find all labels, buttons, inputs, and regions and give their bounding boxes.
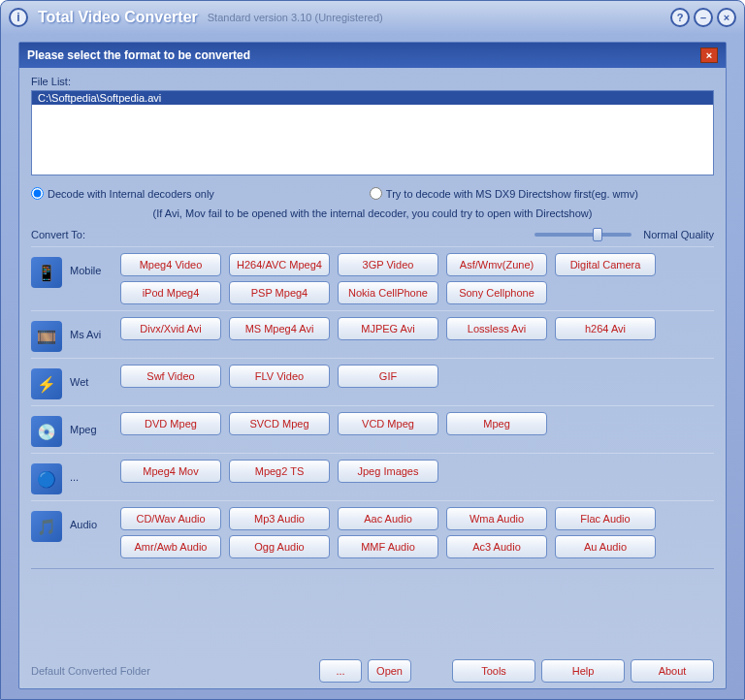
format-button[interactable]: CD/Wav Audio [120,507,221,530]
radio-directshow[interactable]: Try to decode with MS DX9 Directshow fir… [370,187,638,200]
format-button[interactable]: Flac Audio [555,507,656,530]
format-button[interactable]: Asf/Wmv(Zune) [446,253,547,276]
window-controls: ? – × [670,8,736,27]
file-list-label: File List: [31,76,714,87]
category-label: Audio [70,519,120,530]
close-button[interactable]: × [717,8,736,27]
format-button[interactable]: VCD Mpeg [338,412,438,435]
format-button[interactable]: Digital Camera [555,253,656,276]
browse-button[interactable]: ... [319,659,362,683]
format-button[interactable]: MMF Audio [338,535,438,558]
file-list-item[interactable]: C:\Softpedia\Softpedia.avi [32,91,713,105]
format-row: ⚡WetSwf VideoFLV VideoGIF [31,358,714,405]
about-button[interactable]: About [631,659,714,683]
format-buttons: Divx/Xvid AviMS Mpeg4 AviMJPEG AviLossle… [120,317,714,340]
help-button[interactable]: ? [670,8,690,27]
category-label: Wet [70,376,120,388]
format-button[interactable]: PSP Mpeg4 [229,281,330,304]
format-button[interactable]: DVD Mpeg [120,412,221,435]
panel-title: Please select the format to be converted [27,48,250,62]
format-buttons: Mpeg4 VideoH264/AVC Mpeg43GP VideoAsf/Wm… [120,253,714,304]
format-button[interactable]: Mp3 Audio [229,507,330,530]
category-icon: ⚡ [31,368,62,399]
format-button[interactable]: iPod Mpeg4 [120,281,221,304]
category-icon: 🔵 [31,463,62,494]
decoder-radio-group: Decode with Internal decoders only Try t… [31,187,714,200]
format-button[interactable]: Divx/Xvid Avi [120,317,221,340]
format-button[interactable]: H264/AVC Mpeg4 [229,253,330,276]
format-button[interactable]: MJPEG Avi [338,317,438,340]
format-button[interactable]: Mpeg2 TS [229,460,330,483]
format-button[interactable]: Wma Audio [446,507,547,530]
format-button[interactable]: Mpeg [446,412,547,435]
format-button[interactable]: Sony Cellphone [446,281,547,304]
main-panel: Please select the format to be converted… [18,42,727,689]
format-row: 💿MpegDVD MpegSVCD MpegVCD MpegMpeg [31,405,714,453]
format-categories: 📱MobileMpeg4 VideoH264/AVC Mpeg43GP Vide… [31,246,714,564]
format-buttons: Mpeg4 MovMpeg2 TSJpeg Images [120,460,714,483]
format-button[interactable]: Amr/Awb Audio [120,535,221,558]
format-row: 🎞️Ms AviDivx/Xvid AviMS Mpeg4 AviMJPEG A… [31,310,714,358]
format-button[interactable]: SVCD Mpeg [229,412,330,435]
format-row: 🎵AudioCD/Wav AudioMp3 AudioAac AudioWma … [31,500,714,564]
panel-content: File List: C:\Softpedia\Softpedia.avi De… [19,68,726,581]
app-title: Total Video Converter [38,9,198,26]
default-folder-label: Default Converted Folder [31,665,150,677]
format-button[interactable]: 3GP Video [338,253,438,276]
format-row: 📱MobileMpeg4 VideoH264/AVC Mpeg43GP Vide… [31,246,714,310]
format-row: 🔵...Mpeg4 MovMpeg2 TSJpeg Images [31,453,714,500]
format-button[interactable]: Lossless Avi [446,317,547,340]
radio-directshow-label: Try to decode with MS DX9 Directshow fir… [386,188,638,200]
category-label: Mpeg [70,424,120,435]
file-list[interactable]: C:\Softpedia\Softpedia.avi [31,90,714,175]
quality-slider[interactable] [534,233,632,237]
format-buttons: CD/Wav AudioMp3 AudioAac AudioWma AudioF… [120,507,714,558]
format-button[interactable]: Aac Audio [338,507,438,530]
convert-row: Convert To: Normal Quality [31,229,714,240]
slider-thumb[interactable] [593,228,602,241]
format-button[interactable]: Swf Video [120,365,221,388]
bottom-bar: Default Converted Folder ... Open Tools … [31,659,714,683]
format-button[interactable]: MS Mpeg4 Avi [229,317,330,340]
open-button[interactable]: Open [368,659,411,683]
decoder-hint: (If Avi, Mov fail to be opened with the … [31,207,714,219]
app-subtitle: Standard version 3.10 (Unregistered) [208,12,383,23]
format-buttons: Swf VideoFLV VideoGIF [120,365,714,388]
category-label: Ms Avi [70,329,120,340]
category-label: ... [70,471,120,483]
format-button[interactable]: Ogg Audio [229,535,330,558]
format-buttons: DVD MpegSVCD MpegVCD MpegMpeg [120,412,714,435]
panel-close-icon[interactable]: × [700,48,718,63]
convert-to-label: Convert To: [31,229,85,240]
format-button[interactable]: Au Audio [555,535,656,558]
titlebar: i Total Video Converter Standard version… [1,1,744,34]
format-button[interactable]: Mpeg4 Mov [120,460,221,483]
format-button[interactable]: Ac3 Audio [446,535,547,558]
minimize-button[interactable]: – [694,8,713,27]
format-button[interactable]: h264 Avi [555,317,656,340]
category-icon: 🎵 [31,511,62,542]
radio-internal-input[interactable] [31,187,44,200]
category-label: Mobile [70,265,120,276]
format-button[interactable]: Nokia CellPhone [338,281,438,304]
panel-header: Please select the format to be converted… [19,43,726,68]
radio-internal-decoders[interactable]: Decode with Internal decoders only [31,187,214,200]
format-button[interactable]: Mpeg4 Video [120,253,221,276]
quality-control: Normal Quality [534,229,714,240]
radio-directshow-input[interactable] [370,187,382,200]
quality-label: Normal Quality [643,229,714,240]
format-button[interactable]: GIF [338,365,438,388]
help-button[interactable]: Help [541,659,625,683]
format-button[interactable]: FLV Video [229,365,330,388]
category-icon: 🎞️ [31,321,62,352]
divider [31,568,714,569]
radio-internal-label: Decode with Internal decoders only [48,188,214,200]
info-icon[interactable]: i [9,8,28,27]
format-button[interactable]: Jpeg Images [338,460,438,483]
category-icon: 💿 [31,416,62,447]
app-window: i Total Video Converter Standard version… [0,0,745,700]
category-icon: 📱 [31,257,62,288]
tools-button[interactable]: Tools [452,659,535,683]
